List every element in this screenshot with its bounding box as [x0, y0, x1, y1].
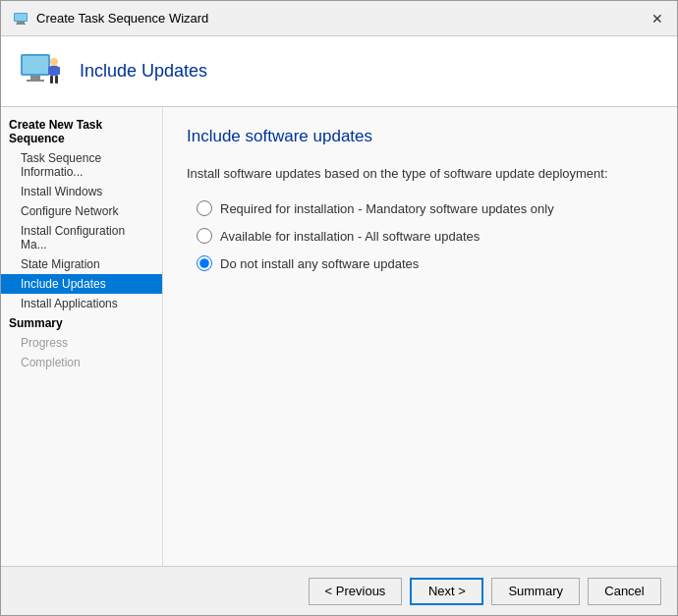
main-title: Include software updates: [187, 127, 653, 146]
sidebar-item-completion: Completion: [1, 353, 162, 372]
close-button[interactable]: ✕: [650, 11, 665, 27]
header-banner: Include Updates: [1, 36, 677, 107]
cancel-button[interactable]: Cancel: [588, 578, 661, 605]
main-content: Include software updates Install softwar…: [163, 107, 677, 566]
footer: < Previous Next > Summary Cancel: [1, 566, 677, 615]
radio-required-input[interactable]: [197, 200, 212, 216]
header-title: Include Updates: [80, 61, 207, 82]
sidebar-item-state-migration[interactable]: State Migration: [1, 254, 162, 274]
sidebar-item-task-sequence-info[interactable]: Task Sequence Informatio...: [1, 148, 162, 182]
sidebar-item-include-updates[interactable]: Include Updates: [1, 274, 162, 294]
radio-group: Required for installation - Mandatory so…: [187, 200, 653, 271]
sidebar-item-progress: Progress: [1, 333, 162, 353]
svg-rect-2: [16, 24, 26, 25]
radio-available-label: Available for installation - All softwar…: [220, 229, 480, 244]
sidebar: Create New Task Sequence Task Sequence I…: [1, 107, 163, 566]
wizard-window: Create Task Sequence Wizard ✕ Include Up…: [0, 0, 678, 616]
sidebar-summary-header: Summary: [1, 313, 162, 333]
radio-donot-label: Do not install any software updates: [220, 256, 419, 271]
sidebar-section-header: Create New Task Sequence: [1, 115, 162, 148]
svg-rect-1: [17, 22, 25, 24]
radio-available[interactable]: Available for installation - All softwar…: [197, 228, 653, 244]
title-bar: Create Task Sequence Wizard ✕: [1, 1, 677, 36]
summary-button[interactable]: Summary: [491, 578, 580, 605]
svg-rect-12: [50, 76, 53, 84]
svg-rect-9: [50, 66, 58, 76]
sidebar-item-install-applications[interactable]: Install Applications: [1, 294, 162, 313]
radio-available-input[interactable]: [197, 228, 212, 244]
radio-donot-input[interactable]: [197, 255, 212, 271]
content-area: Create New Task Sequence Task Sequence I…: [1, 107, 677, 566]
svg-rect-13: [55, 76, 58, 84]
next-button[interactable]: Next >: [410, 578, 483, 605]
svg-rect-11: [57, 67, 60, 75]
svg-rect-10: [48, 67, 51, 75]
svg-point-8: [50, 58, 58, 66]
svg-rect-3: [15, 14, 27, 21]
title-bar-icon: [13, 11, 28, 27]
sidebar-item-install-windows[interactable]: Install Windows: [1, 182, 162, 201]
sidebar-item-install-config-mgr[interactable]: Install Configuration Ma...: [1, 221, 162, 254]
description-text: Install software updates based on the ty…: [187, 166, 653, 181]
title-bar-left: Create Task Sequence Wizard: [13, 11, 208, 27]
previous-button[interactable]: < Previous: [309, 578, 403, 605]
radio-required-label: Required for installation - Mandatory so…: [220, 201, 554, 216]
header-computer-icon: [17, 48, 64, 95]
radio-required[interactable]: Required for installation - Mandatory so…: [197, 200, 653, 216]
svg-rect-7: [27, 80, 44, 82]
title-bar-title: Create Task Sequence Wizard: [36, 11, 208, 26]
radio-donot[interactable]: Do not install any software updates: [197, 255, 653, 271]
svg-rect-5: [23, 56, 48, 74]
svg-rect-6: [30, 76, 40, 80]
sidebar-item-configure-network[interactable]: Configure Network: [1, 201, 162, 221]
